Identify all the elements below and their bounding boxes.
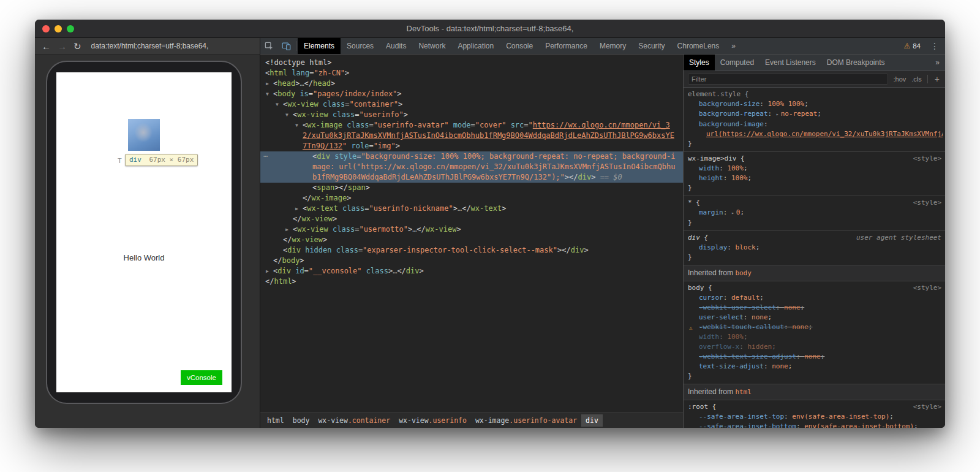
style-property[interactable]: cursor: default;: [688, 293, 943, 303]
dom-tree-line[interactable]: ▼<body is="pages/index/index">: [260, 89, 683, 99]
style-property[interactable]: height: 100%;: [688, 173, 943, 183]
dom-tree-line[interactable]: ▼<wx-view class="container">: [260, 99, 683, 110]
collapse-arrow-icon[interactable]: ▼: [285, 110, 288, 120]
dom-tree-line[interactable]: </body>: [260, 256, 683, 266]
breadcrumb-item-div[interactable]: div: [581, 414, 603, 427]
style-property[interactable]: text-size-adjust: none;: [688, 362, 943, 371]
dom-tree-line[interactable]: <div hidden class="exparser-inspector-to…: [260, 245, 683, 256]
stylesheet-origin-link[interactable]: <style>: [913, 283, 941, 293]
expand-arrow-icon[interactable]: ▶: [285, 224, 288, 235]
tab-computed[interactable]: Computed: [715, 55, 760, 70]
style-property[interactable]: background-size: 100% 100%;: [688, 99, 943, 109]
more-tabs-icon[interactable]: »: [725, 38, 742, 54]
dom-tree-line[interactable]: </wx-image>: [260, 193, 683, 204]
dom-tree-line[interactable]: ▶<wx-text class="userinfo-nickname">…</w…: [260, 204, 683, 214]
close-window-button[interactable]: [42, 25, 50, 32]
toggle-hover-state-button[interactable]: :hov: [894, 75, 907, 83]
tab-audits[interactable]: Audits: [380, 38, 412, 54]
collapse-arrow-icon[interactable]: ▼: [295, 120, 298, 131]
stylesheet-origin-link[interactable]: user agent stylesheet: [856, 233, 941, 243]
expand-value-icon[interactable]: ▸: [776, 112, 779, 117]
dom-tree-line[interactable]: <!doctype html>: [260, 58, 683, 68]
breadcrumb-item-wx-view-userinfo[interactable]: wx-view.userinfo: [394, 414, 471, 427]
dom-tree-line[interactable]: </wx-view>: [260, 235, 683, 245]
device-screen[interactable]: T div 67px × 67px Hello World vConsole: [56, 72, 232, 392]
zoom-window-button[interactable]: [67, 25, 74, 32]
dom-tree-line[interactable]: ⋯<div style="background-size: 100% 100%;…: [260, 151, 683, 183]
stylesheet-origin-link[interactable]: <style>: [913, 402, 941, 412]
rule-selector[interactable]: * {: [688, 198, 943, 208]
style-property[interactable]: width: 100%;: [688, 332, 943, 342]
inherited-from-node-link[interactable]: html: [735, 388, 752, 396]
inspect-element-icon[interactable]: [260, 38, 277, 54]
dom-tree-line[interactable]: </wx-view>: [260, 214, 683, 224]
tab-security[interactable]: Security: [632, 38, 671, 54]
new-style-rule-button[interactable]: +: [933, 74, 941, 84]
breadcrumb-item-body[interactable]: body: [288, 414, 314, 427]
style-property[interactable]: width: 100%;: [688, 164, 943, 173]
breadcrumb-item-wx-image-userinfo-avatar[interactable]: wx-image.userinfo-avatar: [471, 414, 581, 427]
tab-sources[interactable]: Sources: [341, 38, 380, 54]
tab-network[interactable]: Network: [412, 38, 451, 54]
dom-tree-line[interactable]: </html>: [260, 276, 683, 287]
dom-tree-line[interactable]: ▶<wx-view class="usermotto">…</wx-view>: [260, 224, 683, 235]
style-property[interactable]: overflow-x: hidden;: [688, 342, 943, 352]
stylesheet-origin-link[interactable]: <style>: [913, 198, 941, 208]
address-url[interactable]: data:text/html;charset=utf-8;base64,: [91, 42, 209, 50]
tab-chromelens[interactable]: ChromeLens: [671, 38, 726, 54]
expand-arrow-icon[interactable]: ▶: [266, 266, 269, 276]
collapse-arrow-icon[interactable]: ▼: [266, 89, 269, 99]
collapse-arrow-icon[interactable]: ▼: [276, 99, 279, 110]
style-property[interactable]: --safe-area-inset-top: env(safe-area-ins…: [688, 412, 943, 422]
dom-tree-line[interactable]: <span></span>: [260, 183, 683, 193]
tab-styles[interactable]: Styles: [684, 55, 715, 70]
reload-button[interactable]: ↻: [74, 42, 81, 51]
style-property[interactable]: --safe-area-inset-bottom: env(safe-area-…: [688, 422, 943, 428]
styles-filter-input[interactable]: [688, 74, 888, 85]
tab-dom-breakpoints[interactable]: DOM Breakpoints: [821, 55, 891, 70]
tab-elements[interactable]: Elements: [298, 38, 341, 54]
dom-tree-line[interactable]: ▶<head>…</head>: [260, 78, 683, 89]
dom-tree-line[interactable]: ▼<wx-view class="userinfo">: [260, 110, 683, 120]
expand-value-icon[interactable]: ▸: [731, 210, 734, 216]
dom-tree-line[interactable]: <html lang="zh-CN">: [260, 68, 683, 78]
avatar-image[interactable]: [128, 119, 160, 151]
toggle-element-classes-button[interactable]: .cls: [911, 75, 922, 83]
forward-button[interactable]: →: [58, 42, 67, 51]
expand-arrow-icon[interactable]: ▶: [266, 78, 269, 89]
breadcrumb-item-html[interactable]: html: [263, 414, 288, 427]
more-options-icon[interactable]: ⋮: [930, 41, 939, 51]
style-property[interactable]: background-repeat: ▸no-repeat;: [688, 109, 943, 120]
minimize-window-button[interactable]: [55, 25, 62, 32]
expand-arrow-icon[interactable]: ▶: [295, 204, 298, 214]
back-button[interactable]: ←: [42, 42, 51, 51]
style-property[interactable]: margin: ▸0;: [688, 208, 943, 218]
style-property[interactable]: background-image:: [688, 120, 943, 129]
device-toolbar-icon[interactable]: [277, 38, 295, 54]
titlebar[interactable]: DevTools - data:text/html;charset=utf-8;…: [35, 20, 945, 38]
tab-console[interactable]: Console: [500, 38, 539, 54]
property-value-link[interactable]: url(https://wx.qlogo.cn/mmopen/vi_32/xuT…: [706, 130, 943, 138]
style-property[interactable]: -webkit-user-select: none;: [688, 303, 943, 313]
style-property[interactable]: user-select: none;: [688, 313, 943, 322]
dom-tree-line[interactable]: ▶<div id="__vconsole" class>…</div>: [260, 266, 683, 276]
rule-selector[interactable]: wx-image>div {: [688, 154, 943, 164]
tab-event-listeners[interactable]: Event Listeners: [760, 55, 821, 70]
tab-memory[interactable]: Memory: [594, 38, 632, 54]
more-sidebar-tabs-icon[interactable]: »: [930, 55, 945, 70]
breadcrumb-item-wx-view-container[interactable]: wx-view.container: [314, 414, 394, 427]
style-property[interactable]: ⚠-webkit-touch-callout: none;: [688, 322, 943, 332]
style-property[interactable]: display: block;: [688, 243, 943, 253]
warnings-badge[interactable]: ⚠ 84: [903, 42, 921, 50]
dom-tree-line[interactable]: ▼<wx-image class="userinfo-avatar" mode=…: [260, 120, 683, 151]
rule-selector[interactable]: body {: [688, 283, 943, 293]
node-menu-icon[interactable]: ⋯: [263, 151, 268, 162]
stylesheet-origin-link[interactable]: <style>: [913, 154, 941, 164]
rule-selector[interactable]: :root {: [688, 402, 943, 412]
tab-application[interactable]: Application: [451, 38, 500, 54]
tab-performance[interactable]: Performance: [539, 38, 594, 54]
inherited-from-node-link[interactable]: body: [735, 269, 752, 277]
style-property[interactable]: -webkit-text-size-adjust: none;: [688, 352, 943, 362]
vconsole-button[interactable]: vConsole: [181, 370, 222, 385]
rule-selector[interactable]: element.style {: [688, 89, 943, 99]
